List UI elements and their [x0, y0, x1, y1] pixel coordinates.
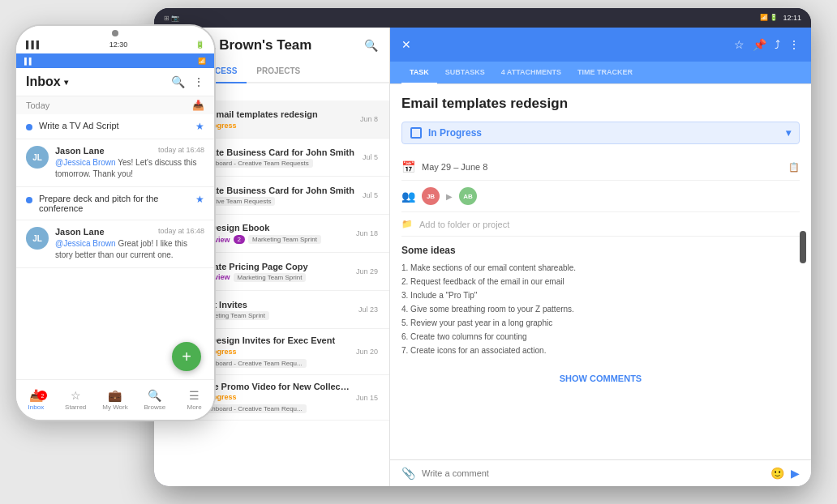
phone-camera [112, 30, 118, 36]
task-name-4: Update Pricing Page Copy [196, 262, 350, 271]
pin-icon[interactable]: 📌 [753, 38, 766, 51]
phone-more-icon[interactable]: ⋮ [193, 75, 204, 88]
nav-starred[interactable]: ☆ Starred [56, 389, 96, 411]
tablet-home-button[interactable] [800, 231, 806, 263]
star-icon-2[interactable]: ★ [195, 194, 204, 205]
share-icon[interactable]: ⤴ [775, 38, 780, 51]
task-assignee-row: 👥 JB ▶ AB [401, 181, 800, 212]
status-label: In Progress [428, 127, 482, 139]
browse-nav-icon: 🔍 [148, 389, 161, 402]
avatar-1: JL [26, 146, 49, 169]
phone-today-section: Today 📥 [16, 96, 214, 114]
assignee-avatar-2: AB [459, 187, 477, 205]
phone-message-1[interactable]: JL Jason Lane today at 16:48 @Jessica Br… [16, 139, 214, 187]
ideas-title: Some ideas [401, 245, 800, 256]
task-text-2: Prepare deck and pitch for the conferenc… [39, 194, 189, 213]
tablet-icons-left: ⊞ 📷 [164, 15, 179, 22]
task-detail-panel: ✕ ☆ 📌 ⤴ ⋮ TASK SUBTASKS 4 ATTACHMENTS TI… [389, 28, 811, 486]
task-date-0: Jun 8 [360, 115, 378, 123]
nav-more[interactable]: ☰ More [174, 389, 214, 411]
chevron-down-icon: ▾ [64, 78, 68, 87]
task-detail-title: Email templates redesign [401, 96, 800, 112]
attachment-icon[interactable]: 📎 [401, 467, 415, 480]
phone-battery: 🔋 [195, 41, 204, 49]
mention-link-1[interactable]: @Jessica Brown [55, 158, 116, 167]
starred-nav-icon: ☆ [71, 389, 81, 402]
phone-status-bar: ▌▌▌ 12:30 🔋 [16, 36, 214, 53]
tab-subtasks[interactable]: SUBTASKS [437, 62, 493, 84]
task-date-4: Jun 29 [356, 267, 378, 275]
phone-task-2[interactable]: Prepare deck and pitch for the conferenc… [16, 187, 214, 220]
tablet-content: Jessica Brown's Team 🔍 QUICK ACCESS PROJ… [154, 28, 811, 486]
nav-mywork[interactable]: 💼 My Work [96, 389, 135, 411]
phone-search-icon[interactable]: 🔍 [171, 75, 185, 88]
message-time-2: today at 16:48 [158, 227, 204, 237]
assignee-icon: 👥 [401, 190, 415, 203]
edit-date-icon[interactable]: 📋 [788, 162, 800, 173]
folder-icon: 📁 [401, 219, 413, 229]
phone-time: 12:30 [109, 41, 128, 49]
more-icon[interactable]: ⋮ [788, 38, 800, 51]
tab-attachments[interactable]: 4 ATTACHMENTS [493, 62, 569, 84]
comment-input-row: 📎 🙂 ▶ [390, 459, 811, 486]
message-text-2: @Jessica Brown Great job! I like this st… [55, 238, 204, 261]
star-icon[interactable]: ★ [195, 121, 204, 132]
assignee-avatar-1: JB [422, 187, 440, 205]
task-date-6: Jun 20 [356, 348, 378, 356]
emoji-icon[interactable]: 🙂 [770, 467, 784, 480]
nav-inbox[interactable]: 2 📥 Inbox [16, 389, 56, 411]
task-ideas-section: Some ideas 1. Make sections of our email… [401, 237, 800, 365]
task-status-dropdown[interactable]: In Progress ▾ [401, 122, 800, 144]
phone-task-item[interactable]: Write a TV Ad Script ★ [16, 114, 214, 139]
phone-device: ▌▌▌ 12:30 🔋 ▌▌ 📶 Inbox ▾ 🔍 ⋮ Today 📥 Wri… [15, 24, 216, 421]
sender-name-2: Jason Lane [55, 227, 105, 237]
phone-inbox-header: Inbox ▾ 🔍 ⋮ [16, 68, 214, 96]
team-search-icon[interactable]: 🔍 [364, 39, 378, 52]
task-name-1: Create Business Card for John Smith [196, 147, 356, 157]
inbox-icon: 📥 [192, 100, 204, 111]
show-comments-button[interactable]: SHOW COMMENTS [401, 365, 800, 391]
task-text: Write a TV Ad Script [39, 121, 189, 130]
task-date-7: Jun 15 [356, 394, 378, 402]
add-folder-label: Add to folder or project [419, 220, 509, 229]
task-date-range: May 29 – June 8 [422, 162, 487, 172]
task-date-1: Jul 5 [363, 153, 378, 161]
mywork-nav-icon: 💼 [108, 389, 122, 402]
send-icon[interactable]: ▶ [791, 467, 800, 480]
task-detail-header: ✕ ☆ 📌 ⤴ ⋮ [390, 28, 811, 62]
star-icon[interactable]: ☆ [734, 38, 745, 51]
tablet-network: 📶 🔋 [760, 14, 778, 22]
close-icon[interactable]: ✕ [401, 38, 411, 51]
phone-inbox-title: Inbox ▾ [26, 75, 68, 89]
phone-message-2[interactable]: JL Jason Lane today at 16:48 @Jessica Br… [16, 220, 214, 268]
arrow-icon: ▶ [446, 192, 453, 201]
task-dot [26, 124, 32, 130]
message-text-1: @Jessica Brown Yes! Let's discuss this t… [55, 157, 204, 180]
task-date-row: 📅 May 29 – June 8 📋 [401, 154, 800, 181]
task-folder-row[interactable]: 📁 Add to folder or project [401, 212, 800, 237]
tablet-status-bar: ⊞ 📷 📶 🔋 12:11 [154, 8, 811, 28]
status-checkbox[interactable] [410, 127, 422, 139]
task-date-3: Jun 18 [356, 229, 378, 237]
task-dot-2 [26, 197, 32, 203]
task-name-7: Make Promo Video for New Collection [196, 382, 350, 391]
task-detail-actions: ☆ 📌 ⤴ ⋮ [734, 38, 800, 51]
tab-time-tracker[interactable]: TIME TRACKER [569, 62, 641, 84]
ideas-list: 1. Make sections of our email content sh… [401, 261, 800, 357]
calendar-icon: 📅 [401, 160, 415, 173]
task-tag-4: Marketing Team Sprint [234, 273, 307, 282]
more-nav-icon: ☰ [189, 389, 200, 402]
sender-name-1: Jason Lane [55, 146, 105, 156]
task-date-5: Jul 23 [358, 305, 378, 314]
task-count-3: 2 [234, 235, 245, 244]
fab-button[interactable]: + [172, 342, 201, 371]
task-name-2: Create Business Card for John Smith [196, 186, 356, 195]
nav-browse[interactable]: 🔍 Browse [135, 389, 174, 411]
avatar-2: JL [26, 227, 49, 250]
tab-projects[interactable]: PROJECTS [247, 60, 310, 83]
tab-task[interactable]: TASK [401, 62, 437, 84]
tablet-device: ⊞ 📷 📶 🔋 12:11 Jessica Brown's Team 🔍 QUI… [154, 8, 811, 486]
comment-input[interactable] [422, 468, 764, 478]
mention-link-2[interactable]: @Jessica Brown [55, 239, 116, 248]
task-name-5: Print Invites [196, 300, 352, 310]
